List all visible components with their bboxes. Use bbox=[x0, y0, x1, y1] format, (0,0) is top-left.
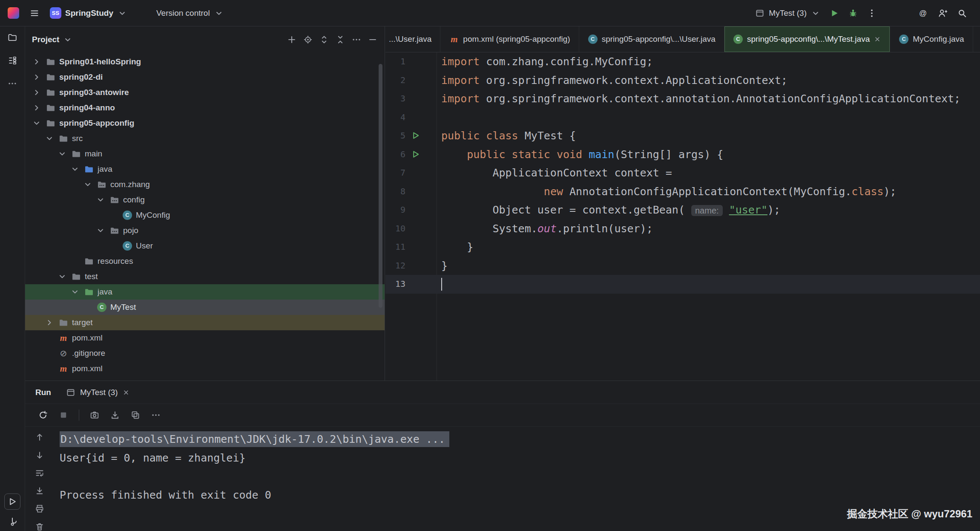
chevron-down-icon[interactable] bbox=[69, 287, 80, 297]
chevron-down-icon[interactable] bbox=[44, 133, 55, 144]
code-line[interactable]: 12} bbox=[385, 257, 980, 275]
chevron-down-icon[interactable] bbox=[95, 195, 106, 205]
more-icon[interactable] bbox=[151, 410, 161, 420]
chevron-down-icon[interactable] bbox=[57, 271, 68, 282]
run-button[interactable] bbox=[829, 8, 839, 18]
run-config-selector[interactable]: MyTest (3) bbox=[755, 8, 821, 18]
code-line[interactable]: 3import org.springframework.context.anno… bbox=[385, 89, 980, 108]
rerun-icon[interactable] bbox=[38, 410, 48, 420]
close-tab-icon[interactable] bbox=[874, 35, 881, 43]
code-line[interactable]: 4 bbox=[385, 108, 980, 127]
collapse-all-icon[interactable] bbox=[335, 35, 345, 45]
import-icon[interactable] bbox=[110, 410, 120, 420]
code-line[interactable]: 5public class MyTest { bbox=[385, 127, 980, 145]
watermark: 掘金技术社区 @ wyu72961 bbox=[847, 507, 972, 521]
editor-tab[interactable]: Cspring05-appconfig\...\User.java bbox=[579, 26, 724, 52]
tree-row[interactable]: resources bbox=[25, 254, 385, 269]
print-icon[interactable] bbox=[34, 504, 45, 514]
tree-row[interactable]: main bbox=[25, 146, 385, 162]
hide-icon[interactable] bbox=[368, 35, 378, 45]
tree-row[interactable]: CMyConfig bbox=[25, 208, 385, 223]
tree-row[interactable]: CMyTest bbox=[25, 300, 385, 315]
editor-body[interactable]: 1import com.zhang.config.MyConfig;2impor… bbox=[385, 52, 980, 381]
search-icon[interactable] bbox=[957, 8, 967, 18]
editor-tab[interactable]: CMyConfig.java bbox=[890, 26, 973, 52]
expand-all-icon[interactable] bbox=[319, 35, 329, 45]
tree-row[interactable]: mpom.xml bbox=[25, 330, 385, 346]
chevron-down-icon[interactable] bbox=[69, 164, 80, 174]
chevron-down-icon[interactable] bbox=[95, 225, 106, 236]
code-line[interactable]: 1import com.zhang.config.MyConfig; bbox=[385, 52, 980, 71]
run-icon[interactable] bbox=[4, 493, 20, 510]
tree-scrollbar[interactable] bbox=[379, 64, 382, 308]
project-panel-title[interactable]: Project bbox=[32, 35, 59, 44]
editor-tab[interactable]: mpom.xml (spring05-appconfig) bbox=[440, 26, 579, 52]
chevron-right-icon[interactable] bbox=[31, 87, 42, 98]
code-line[interactable]: 9 Object user = context.getBean( name: "… bbox=[385, 201, 980, 219]
more-button[interactable] bbox=[867, 8, 877, 18]
vcs-selector[interactable]: Version control bbox=[156, 8, 224, 18]
tree-row[interactable]: target bbox=[25, 315, 385, 330]
tree-row[interactable]: com.zhang bbox=[25, 177, 385, 192]
code-line[interactable]: 8 new AnnotationConfigApplicationContext… bbox=[385, 182, 980, 201]
tree-row[interactable]: mpom.xml bbox=[25, 361, 385, 376]
tree-row[interactable]: Spring01-helloSpring bbox=[25, 54, 385, 69]
services-icon[interactable] bbox=[7, 517, 17, 527]
tree-row[interactable]: spring02-di bbox=[25, 69, 385, 85]
chevron-right-icon[interactable] bbox=[31, 57, 42, 67]
layout-icon[interactable] bbox=[130, 410, 141, 420]
tree-row[interactable]: pojo bbox=[25, 223, 385, 238]
chevron-down-icon[interactable] bbox=[82, 179, 93, 190]
code-line[interactable]: 2import org.springframework.context.Appl… bbox=[385, 71, 980, 90]
run-line-icon[interactable] bbox=[411, 150, 420, 159]
project-selector[interactable]: SS SpringStudy bbox=[50, 7, 127, 19]
more-icon[interactable] bbox=[351, 35, 362, 45]
tree-row[interactable]: test bbox=[25, 269, 385, 284]
tree-label: java bbox=[98, 164, 112, 174]
soft-wrap-icon[interactable] bbox=[34, 468, 45, 478]
tree-row[interactable]: config bbox=[25, 192, 385, 208]
code-line[interactable]: 6 public static void main(String[] args)… bbox=[385, 145, 980, 164]
chevron-right-icon[interactable] bbox=[44, 317, 55, 328]
locate-icon[interactable] bbox=[303, 35, 313, 45]
stop-icon[interactable] bbox=[58, 410, 69, 420]
code-line[interactable]: 11 } bbox=[385, 238, 980, 257]
tree-row[interactable]: CUser bbox=[25, 238, 385, 254]
up-icon[interactable] bbox=[34, 432, 45, 442]
chevron-right-icon[interactable] bbox=[31, 103, 42, 113]
tree-row[interactable]: java bbox=[25, 162, 385, 177]
debug-button[interactable] bbox=[848, 8, 858, 18]
more-icon[interactable] bbox=[7, 78, 17, 89]
tree-row[interactable]: spring05-appconfig bbox=[25, 115, 385, 131]
close-tab-icon[interactable] bbox=[122, 389, 130, 396]
editor-tab[interactable]: ...\User.java bbox=[385, 26, 440, 52]
tree-row[interactable]: ⊘.gitignore bbox=[25, 346, 385, 361]
down-icon[interactable] bbox=[34, 450, 45, 460]
editor-tab[interactable]: Cspring05-appconfig\...\MyTest.java bbox=[724, 26, 890, 52]
console-output[interactable]: D:\develop-tools\Environment\JDK\jdk-17.… bbox=[60, 430, 980, 531]
run-tab[interactable]: MyTest (3) bbox=[66, 387, 130, 398]
at-icon[interactable]: @ bbox=[918, 8, 928, 18]
chevron-down-icon[interactable] bbox=[57, 149, 68, 159]
maven-icon: m bbox=[449, 34, 459, 44]
plus-icon[interactable] bbox=[287, 35, 297, 45]
structure-icon[interactable] bbox=[7, 55, 17, 66]
run-line-icon[interactable] bbox=[411, 131, 420, 140]
chevron-right-icon[interactable] bbox=[31, 72, 42, 82]
add-user-icon[interactable] bbox=[937, 8, 948, 18]
project-folder-icon[interactable] bbox=[7, 32, 17, 43]
tree-row[interactable]: java bbox=[25, 284, 385, 300]
camera-icon[interactable] bbox=[89, 410, 100, 420]
editor-tab-label: MyConfig.java bbox=[913, 35, 964, 44]
clear-icon[interactable] bbox=[34, 522, 45, 531]
code-line[interactable]: 10 System.out.println(user); bbox=[385, 219, 980, 238]
tree-row[interactable]: src bbox=[25, 131, 385, 146]
menu-icon[interactable] bbox=[29, 8, 40, 18]
tree-row[interactable]: spring04-anno bbox=[25, 100, 385, 115]
code-line[interactable]: 13 bbox=[385, 275, 980, 294]
tree-row[interactable]: spring03-antowire bbox=[25, 85, 385, 100]
code-line[interactable]: 7 ApplicationContext context = bbox=[385, 164, 980, 182]
code-text: import com.zhang.config.MyConfig; bbox=[441, 52, 653, 71]
scroll-end-icon[interactable] bbox=[34, 486, 45, 496]
chevron-down-icon[interactable] bbox=[31, 118, 42, 128]
